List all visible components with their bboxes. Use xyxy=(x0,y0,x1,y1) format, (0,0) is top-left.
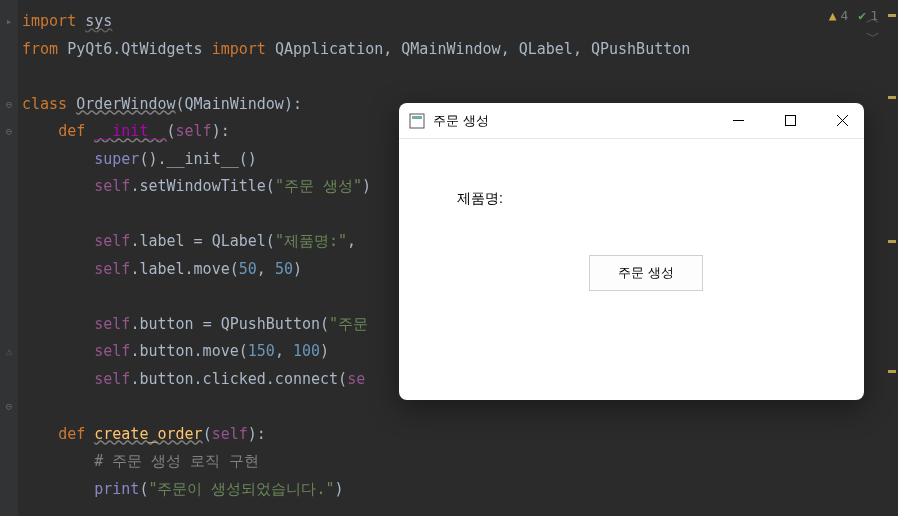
class-name: OrderWindow xyxy=(76,95,175,113)
attr: label xyxy=(139,232,184,250)
string: "제품명:" xyxy=(275,232,347,250)
self: self xyxy=(94,260,130,278)
fold-icon[interactable]: ⊖ xyxy=(0,118,18,146)
number: 50 xyxy=(239,260,257,278)
attr: button xyxy=(139,315,193,333)
product-name-label: 제품명: xyxy=(457,190,503,208)
app-icon xyxy=(409,113,425,129)
window-titlebar[interactable]: 주문 생성 xyxy=(399,103,864,139)
close-button[interactable] xyxy=(830,109,854,133)
minimap-mark xyxy=(888,240,896,243)
checkmark-icon: ✔ xyxy=(858,8,866,23)
param: self xyxy=(176,122,212,140)
gutter: ▸ ⊖ ⊖ ⚠ ⊖ xyxy=(0,0,18,516)
minimize-button[interactable] xyxy=(726,109,750,133)
chevron-up-icon[interactable]: ︿ xyxy=(866,10,880,28)
method: button.clicked.connect xyxy=(139,370,338,388)
maximize-button[interactable] xyxy=(778,109,802,133)
keyword: import xyxy=(212,40,266,58)
svg-rect-1 xyxy=(412,116,422,119)
number: 50 xyxy=(275,260,293,278)
method: __init__ xyxy=(167,150,239,168)
string: "주문이 생성되었습니다." xyxy=(148,480,334,498)
keyword: def xyxy=(58,122,85,140)
builtin: super xyxy=(94,150,139,168)
self: self xyxy=(94,370,130,388)
self: self xyxy=(94,177,130,195)
method: label.move xyxy=(139,260,229,278)
keyword: from xyxy=(22,40,58,58)
fold-icon[interactable]: ⊖ xyxy=(0,91,18,119)
keyword: import xyxy=(22,12,76,30)
minimap-mark xyxy=(888,370,896,373)
builtin: print xyxy=(94,480,139,498)
param: self xyxy=(212,425,248,443)
fold-icon[interactable]: ▸ xyxy=(0,8,18,36)
string: "주문 생성" xyxy=(275,177,362,195)
self: self xyxy=(94,232,130,250)
base-class: QMainWindow xyxy=(185,95,284,113)
class: QPushButton xyxy=(221,315,320,333)
module: PyQt6.QtWidgets xyxy=(67,40,202,58)
minimap-mark xyxy=(888,14,896,17)
warning-triangle-icon: ▲ xyxy=(829,8,837,23)
arg: se xyxy=(347,370,365,388)
minimap-mark xyxy=(888,96,896,99)
chevron-down-icon[interactable]: ﹀ xyxy=(866,28,880,46)
create-order-button[interactable]: 주문 생성 xyxy=(589,255,703,291)
keyword: class xyxy=(22,95,67,113)
warning-icon[interactable]: ⚠ xyxy=(0,338,18,366)
keyword: def xyxy=(58,425,85,443)
method-name: create_order xyxy=(94,425,202,443)
app-window: 주문 생성 제품명: 주문 생성 xyxy=(399,103,864,400)
module: sys xyxy=(85,12,112,30)
number: 150 xyxy=(248,342,275,360)
method: setWindowTitle xyxy=(139,177,265,195)
number: 100 xyxy=(293,342,320,360)
window-title: 주문 생성 xyxy=(433,112,489,130)
method: button.move xyxy=(139,342,238,360)
self: self xyxy=(94,342,130,360)
warnings-count: 4 xyxy=(841,8,849,23)
window-body: 제품명: 주문 생성 xyxy=(399,139,864,400)
scrollbar-minimap[interactable] xyxy=(886,0,898,516)
svg-rect-3 xyxy=(785,116,795,126)
comment: # 주문 생성 로직 구현 xyxy=(94,452,259,470)
fold-icon[interactable] xyxy=(0,36,18,64)
string: "주문 xyxy=(329,315,368,333)
class: QLabel xyxy=(212,232,266,250)
method-name: __init__ xyxy=(94,122,166,140)
self: self xyxy=(94,315,130,333)
imports: QApplication, QMainWindow, QLabel, QPush… xyxy=(275,40,690,58)
fold-icon[interactable]: ⊖ xyxy=(0,393,18,421)
warnings-indicator[interactable]: ▲ 4 xyxy=(829,8,849,23)
